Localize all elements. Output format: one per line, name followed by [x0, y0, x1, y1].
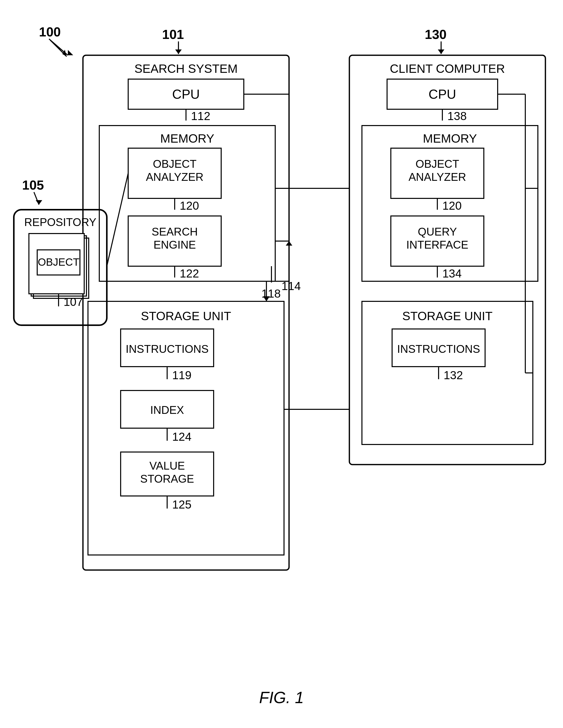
ref-107-label: 107 [64, 295, 83, 308]
cc-query-interface-label-1: QUERY [418, 226, 457, 238]
ref-101-label: 101 [162, 27, 184, 42]
ref-125-label: 125 [172, 498, 191, 511]
ss-search-engine-label-2: ENGINE [153, 239, 196, 251]
ref-120-label: 120 [180, 199, 199, 212]
svg-marker-5 [175, 49, 182, 54]
cc-object-analyzer-label-2: ANALYZER [409, 171, 466, 183]
ref-120b-label: 120 [442, 199, 462, 212]
cc-memory-label: MEMORY [423, 132, 477, 145]
cc-storage-unit-label: STORAGE UNIT [402, 309, 492, 323]
ss-storage-unit-label: STORAGE UNIT [141, 309, 231, 323]
ref-122-label: 122 [180, 267, 199, 280]
ss-value-storage-label-2: STORAGE [140, 473, 194, 485]
cc-instructions-label: INSTRUCTIONS [397, 343, 480, 355]
cc-object-analyzer-label-1: OBJECT [416, 158, 459, 170]
ss-object-analyzer-label-1: OBJECT [153, 158, 196, 170]
ss-search-engine-label-1: SEARCH [151, 226, 197, 238]
ref-124-label: 124 [172, 430, 191, 443]
cc-query-interface-label-2: INTERFACE [407, 239, 469, 251]
client-computer-label: CLIENT COMPUTER [390, 62, 505, 75]
ss-instructions-label: INSTRUCTIONS [126, 343, 208, 355]
ref-100-label: 100 [39, 25, 61, 39]
svg-marker-38 [36, 200, 42, 205]
ref-112-label: 112 [191, 109, 210, 123]
ref-118-label: 118 [261, 287, 281, 300]
diagram-container: 100 101 SEARCH SYSTEM 130 CLIENT COMPUTE… [0, 0, 563, 728]
ref-134-label: 134 [442, 267, 462, 280]
search-system-label: SEARCH SYSTEM [134, 62, 238, 75]
repository-label: REPOSITORY [24, 216, 96, 228]
ref-132-label: 132 [444, 369, 463, 382]
ref-138-label: 138 [447, 109, 467, 123]
object-label: OBJECT [38, 256, 79, 268]
ss-object-analyzer-label-2: ANALYZER [146, 171, 203, 183]
svg-line-43 [107, 173, 128, 266]
ref-105-label: 105 [22, 178, 44, 192]
svg-marker-19 [286, 241, 292, 246]
cc-cpu-label: CPU [429, 87, 456, 101]
ref-119-label: 119 [172, 369, 191, 382]
ss-value-storage-label-1: VALUE [149, 460, 185, 472]
svg-marker-7 [438, 49, 444, 54]
figure-caption: FIG. 1 [259, 689, 304, 707]
ss-index-label: INDEX [150, 404, 184, 416]
ss-cpu-label: CPU [172, 87, 200, 101]
ref-130-label: 130 [425, 27, 447, 42]
ss-memory-label: MEMORY [160, 132, 214, 145]
